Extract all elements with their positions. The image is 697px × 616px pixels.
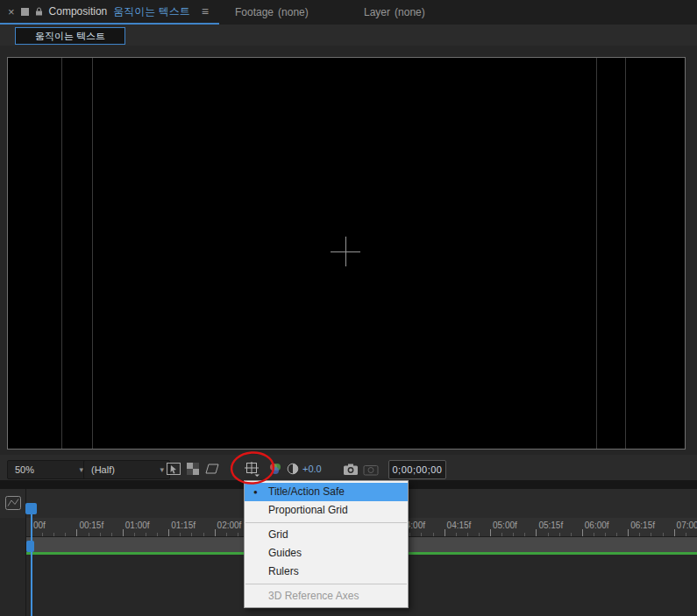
camera-icon [343,463,359,476]
viewer-toolbar: 50% ▾ (Half) ▾ +0.0 [0,455,697,480]
lock-icon[interactable] [35,4,43,19]
ruler-minor-tick [191,533,192,536]
ruler-minor-tick [146,533,146,536]
footage-tab-label: Footage [235,6,274,18]
ruler-tick [215,529,216,536]
ruler-tick [123,529,124,536]
ruler-tick [76,529,77,536]
comp-mini-flowchart-button[interactable] [3,493,24,513]
current-time-display[interactable]: 0;00;00;00 [388,460,446,479]
ruler-time-label: 00f [33,520,46,530]
grid-and-guide-options-icon [244,462,260,477]
ruler-tick [445,529,445,536]
ruler-tick [582,529,583,536]
tab-composition[interactable]: × Composition 움직이는 텍스트 ≡ [0,0,219,25]
menu-item-proportional-grid[interactable]: Proportional Grid [245,501,408,520]
ruler-minor-tick [651,533,651,536]
composition-viewport[interactable] [7,57,686,450]
composition-tab-label: Composition [49,5,108,18]
tab-footage[interactable]: Footage (none) [235,0,309,25]
ruler-minor-tick [571,533,572,536]
menu-separator [245,584,407,584]
show-channel-button[interactable] [266,460,285,478]
region-of-interest-icon [205,464,219,474]
ruler-minor-tick [686,533,686,536]
ruler-minor-tick [53,533,54,536]
ruler-minor-tick [180,533,181,536]
ruler-minor-tick [157,533,158,536]
rgb-channels-icon [268,463,282,475]
take-snapshot-button[interactable] [341,460,360,478]
transparency-grid-button[interactable] [183,460,203,478]
menu-item-rulers[interactable]: Rulers [245,563,408,581]
exposure-toggle-button[interactable] [285,460,301,478]
exposure-value[interactable]: +0.0 [302,460,322,478]
ruler-time-label: 04:15f [447,520,472,530]
ruler-minor-tick [89,533,89,536]
menu-separator [245,522,407,523]
ruler-minor-tick [111,533,112,536]
grid-and-guide-options-button[interactable] [241,460,262,478]
work-area-start-handle[interactable] [26,541,34,552]
menu-item-guides[interactable]: Guides [245,544,408,563]
ruler-minor-tick [479,533,480,536]
ruler-minor-tick [605,533,606,536]
ruler-minor-tick [616,533,617,536]
ruler-time-label: 01:15f [171,520,196,530]
ruler-tick [490,529,491,536]
exposure-icon [287,463,299,475]
magnification-dropdown[interactable]: 50% ▾ [7,460,89,479]
transparency-grid-icon [187,463,199,475]
ruler-time-label: 07:00f [677,520,697,530]
menu-item-label: Grid [268,528,288,541]
grid-guides-menu: ●Title/Action SafeProportional GridGridG… [244,480,409,608]
layer-tab-label: Layer [364,6,390,18]
panel-square-icon [21,8,29,16]
mini-flowchart-icon [4,495,22,511]
ruler-minor-tick [663,533,664,536]
ruler-minor-tick [548,533,549,536]
show-snapshot-button[interactable] [361,460,381,478]
region-of-interest-button[interactable] [203,460,222,478]
menu-item-label: Title/Action Safe [268,485,345,498]
ruler-minor-tick [42,533,43,536]
menu-item-3d-reference-axes: 3D Reference Axes [245,587,408,605]
menu-item-label: 3D Reference Axes [268,590,359,602]
magnification-value: 50% [15,464,34,475]
current-time-indicator-head[interactable] [25,503,37,514]
fast-previews-button[interactable] [164,460,183,478]
current-time-indicator-line[interactable] [31,503,32,616]
action-safe-guide-left [61,58,62,449]
fast-previews-icon [167,463,181,475]
ruler-minor-tick [134,533,135,536]
close-icon[interactable]: × [8,6,15,18]
tab-layer[interactable]: Layer (none) [364,0,425,25]
menu-item-label: Proportional Grid [268,504,348,516]
ruler-time-label: 02:00f [217,520,242,530]
ruler-time-label: 05:15f [538,520,563,530]
viewer-tab-row: 움직이는 텍스트 [0,25,697,46]
action-safe-guide-right [625,58,626,449]
resolution-value: (Half) [91,464,115,475]
menu-item-title-action-safe[interactable]: ●Title/Action Safe [245,483,408,501]
show-snapshot-icon [363,463,379,476]
selected-bullet-icon: ● [253,483,258,501]
ruler-minor-tick [65,533,66,536]
ruler-time-label: 01:00f [125,520,150,530]
menu-item-grid[interactable]: Grid [245,526,408,544]
layer-tab-state: (none) [395,6,425,18]
ruler-minor-tick [421,533,422,536]
after-effects-window: × Composition 움직이는 텍스트 ≡ Footage (none) … [0,0,697,616]
ruler-tick [628,529,629,536]
viewer-tab-composition[interactable]: 움직이는 텍스트 [15,27,125,45]
resolution-dropdown[interactable]: (Half) ▾ [83,460,170,479]
ruler-minor-tick [467,533,468,536]
ruler-tick [536,529,537,536]
ruler-time-label: 00:15f [79,520,103,530]
ruler-minor-tick [100,533,101,536]
ruler-minor-tick [639,533,640,536]
composition-name: 움직이는 텍스트 [113,4,189,19]
menu-item-label: Guides [268,547,302,559]
title-safe-guide-right [596,58,597,449]
panel-menu-icon[interactable]: ≡ [202,4,209,18]
